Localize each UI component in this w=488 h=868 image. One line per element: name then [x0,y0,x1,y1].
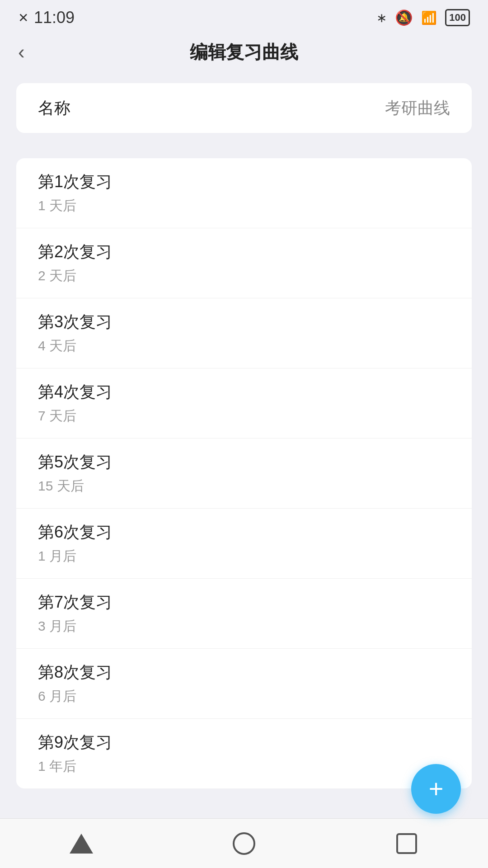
review-item[interactable]: 第8次复习 6 月后 [16,649,472,719]
review-item-subtitle: 3 月后 [38,617,450,636]
review-item[interactable]: 第7次复习 3 月后 [16,579,472,649]
review-item[interactable]: 第2次复习 2 天后 [16,228,472,298]
review-item[interactable]: 第3次复习 4 天后 [16,298,472,368]
review-item-subtitle: 6 月后 [38,687,450,706]
page-title: 编辑复习曲线 [190,40,298,65]
name-value: 考研曲线 [385,97,450,119]
review-item-title: 第3次复习 [38,311,450,333]
name-label: 名称 [38,97,70,119]
review-item-subtitle: 1 天后 [38,197,450,215]
review-item-title: 第7次复习 [38,591,450,613]
review-item-title: 第9次复习 [38,731,450,754]
review-item-title: 第5次复习 [38,451,450,473]
status-time-icon: ✕ [18,10,28,25]
review-item-title: 第8次复习 [38,661,450,684]
review-item[interactable]: 第9次复习 1 年后 [16,719,472,788]
review-list: 第1次复习 1 天后 第2次复习 2 天后 第3次复习 4 天后 第4次复习 7… [16,158,472,788]
status-icons: ∗ 🔕 📶 100 [376,9,470,26]
review-item-subtitle: 15 天后 [38,477,450,495]
recents-icon [396,833,417,854]
review-item-title: 第6次复习 [38,521,450,543]
name-card[interactable]: 名称 考研曲线 [16,83,472,133]
review-item-title: 第2次复习 [38,241,450,263]
review-item[interactable]: 第6次复习 1 月后 [16,509,472,579]
back-button[interactable]: ‹ [18,42,25,62]
review-item[interactable]: 第4次复习 7 天后 [16,368,472,439]
review-item-subtitle: 1 年后 [38,757,450,776]
header: ‹ 编辑复习曲线 [0,32,488,72]
review-item-subtitle: 7 天后 [38,407,450,425]
nav-recents-button[interactable] [389,826,425,862]
wifi-icon: 📶 [421,10,437,25]
nav-home-button[interactable] [226,826,262,862]
battery-icon: 100 [445,9,470,26]
review-item-subtitle: 1 月后 [38,547,450,566]
nav-back-button[interactable] [63,826,99,862]
review-item-subtitle: 2 天后 [38,267,450,285]
back-icon [70,834,93,854]
home-icon [233,832,255,855]
review-item-subtitle: 4 天后 [38,337,450,355]
notification-icon: 🔕 [395,9,413,26]
review-item[interactable]: 第5次复习 15 天后 [16,439,472,509]
review-item-title: 第1次复习 [38,171,450,193]
review-item[interactable]: 第1次复习 1 天后 [16,158,472,228]
status-bar: ✕ 11:09 ∗ 🔕 📶 100 [0,0,488,32]
bluetooth-icon: ∗ [376,10,387,25]
review-item-title: 第4次复习 [38,381,450,403]
add-review-button[interactable]: + [411,764,461,814]
plus-icon: + [429,776,444,802]
status-time: ✕ 11:09 [18,8,75,27]
bottom-nav [0,818,488,868]
